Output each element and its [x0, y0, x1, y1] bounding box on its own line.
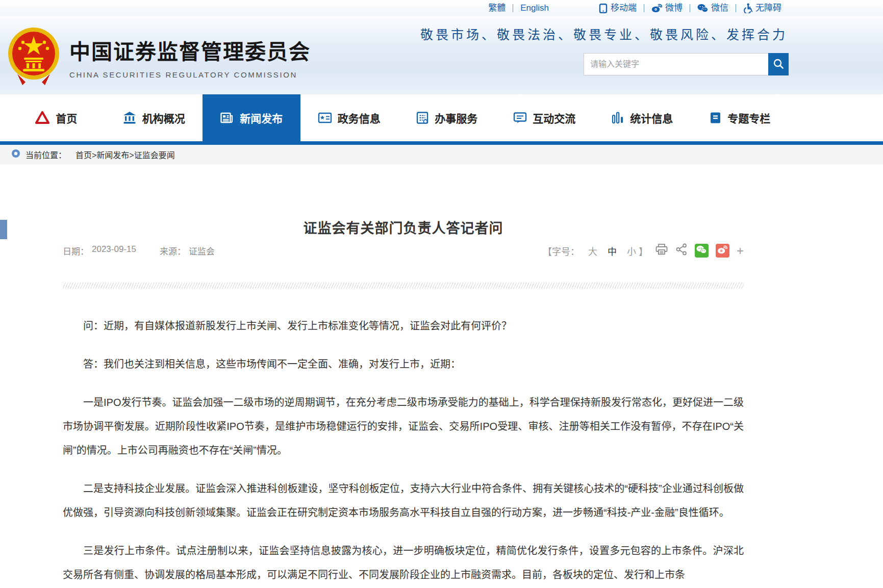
- special-icon: [709, 111, 722, 124]
- csrc-logo-icon: [35, 111, 50, 125]
- paragraph: 三是发行上市条件。试点注册制以来，证监会坚持信息披露为核心，进一步明确板块定位，…: [63, 539, 744, 587]
- share-button[interactable]: [675, 243, 688, 258]
- breadcrumb-path[interactable]: 首页>新闻发布>证监会要闻: [75, 148, 175, 161]
- article-meta-row: 日期： 2023-09-15 来源： 证监会 【字号： 大 中 小 】: [63, 243, 744, 258]
- font-size-medium-button[interactable]: 中: [606, 244, 618, 258]
- paragraph: 答：我们也关注到相关信息，这些市场传闻不一定全面、准确，对发行上市，近期：: [63, 352, 744, 376]
- link-traditional-chinese[interactable]: 繁體: [481, 1, 513, 16]
- mobile-icon: [599, 4, 608, 13]
- nav-item-about[interactable]: 机构概况: [105, 94, 203, 141]
- divider: [736, 4, 736, 12]
- printer-icon: [655, 243, 668, 258]
- link-accessibility-label: 无障碍: [755, 1, 781, 16]
- accessibility-icon: [743, 3, 752, 13]
- breadcrumb: 当前位置： 首页>新闻发布>证监会要闻: [0, 145, 883, 164]
- link-traditional-chinese-label: 繁體: [488, 1, 506, 16]
- share-weibo-button[interactable]: [716, 244, 729, 258]
- nav-item-gov-info[interactable]: 政务信息: [300, 94, 398, 141]
- nav-item-news-label: 新闻发布: [240, 110, 283, 125]
- font-size-suffix: 】: [639, 244, 648, 258]
- font-size-large-button[interactable]: 大: [587, 244, 599, 258]
- link-accessibility[interactable]: 无障碍: [736, 1, 789, 16]
- source-label: 来源：: [160, 244, 186, 257]
- search-icon: [773, 58, 784, 71]
- paragraph: 一是IPO发行节奏。证监会加强一二级市场的逆周期调节，在充分考虑二级市场承受能力…: [63, 391, 744, 463]
- link-mobile-label: 移动端: [611, 1, 637, 16]
- search-box: [584, 53, 789, 75]
- nav-item-special-topics[interactable]: 专题专栏: [691, 94, 789, 141]
- search-input[interactable]: [584, 53, 768, 75]
- nav-left-accent: [0, 220, 7, 239]
- paragraph: 问：近期，有自媒体报道新股发行上市关闸、发行上市标准变化等情况，证监会对此有何评…: [63, 314, 744, 338]
- article-meta: 日期： 2023-09-15 来源： 证监会: [63, 244, 215, 257]
- nav-item-home[interactable]: 首页: [7, 94, 105, 141]
- org-name-cn: 中国证券监督管理委员会: [69, 35, 311, 65]
- source-value: 证监会: [189, 244, 215, 257]
- search-button[interactable]: [768, 53, 789, 75]
- stats-icon: [611, 111, 624, 124]
- date-label: 日期：: [63, 244, 89, 257]
- wechat-icon: [697, 4, 708, 13]
- wechat-icon: [696, 245, 707, 257]
- news-icon: [220, 111, 234, 124]
- font-size-small-button[interactable]: 小: [625, 244, 638, 258]
- nav-item-interaction-label: 互动交流: [533, 110, 575, 125]
- nav-item-news[interactable]: 新闻发布: [203, 94, 300, 141]
- divider: [513, 4, 513, 12]
- spacer: [139, 244, 157, 257]
- article-tools: 【字号： 大 中 小 】: [543, 243, 744, 258]
- national-emblem-logo: [7, 27, 60, 87]
- nav-item-about-label: 机构概况: [142, 110, 185, 125]
- weibo-icon: [717, 245, 727, 257]
- link-wechat-label: 微信: [711, 1, 728, 16]
- service-icon: [416, 111, 429, 124]
- share-wechat-button[interactable]: [695, 244, 709, 258]
- nav-item-special-topics-label: 专题专栏: [727, 110, 770, 125]
- article-title: 证监会有关部门负责人答记者问: [63, 164, 744, 237]
- nav-item-gov-info-label: 政务信息: [338, 110, 381, 125]
- nav-item-interaction[interactable]: 互动交流: [496, 94, 594, 141]
- site-header: 中国证券监督管理委员会 CHINA SECURITIES REGULATORY …: [0, 16, 883, 94]
- content-card: 证监会有关部门负责人答记者问 日期： 2023-09-15 来源： 证监会 【字…: [0, 164, 883, 588]
- share-icon: [675, 243, 688, 258]
- site-slogan: 敬畏市场、敬畏法治、敬畏专业、敬畏风险、发挥合力: [420, 24, 788, 43]
- link-english[interactable]: English: [513, 1, 556, 16]
- nav-item-services[interactable]: 办事服务: [398, 94, 496, 141]
- nav-item-services-label: 办事服务: [435, 110, 477, 125]
- interact-icon: [513, 112, 527, 124]
- topbar: 繁體 English 移动端 微博 微信: [0, 0, 883, 16]
- nav-item-statistics-label: 统计信息: [630, 110, 673, 125]
- link-weibo[interactable]: 微博: [644, 1, 690, 16]
- link-mobile[interactable]: 移动端: [592, 1, 644, 16]
- link-english-label: English: [520, 1, 549, 16]
- nav-item-statistics[interactable]: 统计信息: [593, 94, 691, 141]
- font-size-prefix: 【字号：: [543, 244, 579, 258]
- org-name-en: CHINA SECURITIES REGULATORY COMMISSION: [69, 70, 311, 79]
- main-nav: 首页 机构概况 新闻发布 政务信息 办事服务: [0, 94, 883, 145]
- weibo-icon: [651, 4, 662, 13]
- link-wechat[interactable]: 微信: [690, 1, 736, 16]
- nav-item-home-label: 首页: [56, 110, 77, 125]
- date-value: 2023-09-15: [92, 244, 136, 257]
- nav-accent-bar: [0, 141, 883, 145]
- location-pin-icon: [11, 149, 20, 160]
- brand: 中国证券监督管理委员会 CHINA SECURITIES REGULATORY …: [7, 16, 311, 94]
- breadcrumb-label: 当前位置：: [26, 148, 66, 161]
- divider: [644, 4, 644, 12]
- hatched-divider: [63, 283, 744, 289]
- link-weibo-label: 微博: [665, 1, 683, 16]
- article-body: 问：近期，有自媒体报道新股发行上市关闸、发行上市标准变化等情况，证监会对此有何评…: [63, 314, 744, 587]
- more-share-button[interactable]: +: [737, 245, 744, 257]
- print-button[interactable]: [655, 243, 668, 258]
- paragraph: 二是支持科技企业发展。证监会深入推进科创板建设，坚守科创板定位，支持六大行业中符…: [63, 477, 744, 525]
- gov-info-icon: [318, 112, 332, 124]
- divider: [690, 4, 690, 12]
- bank-icon: [122, 111, 137, 125]
